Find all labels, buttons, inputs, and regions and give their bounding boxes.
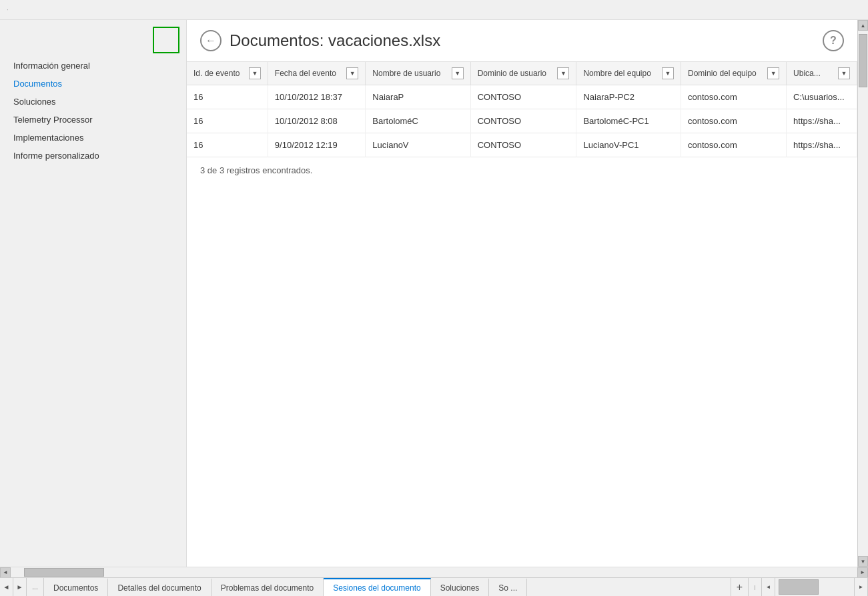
cell-dominio-usuario-row-1: CONTOSO: [470, 109, 576, 133]
filter-btn-nombre-usuario[interactable]: ▼: [452, 67, 464, 79]
cell-nombre-usuario-row-1: BartoloméC: [366, 109, 470, 133]
col-header-dominio-equipo: Dominio del equipo▼: [681, 62, 787, 85]
col-header-nombre-usuario: Nombre de usuario▼: [366, 62, 470, 85]
sidebar-item-implementaciones[interactable]: Implementaciones: [0, 129, 186, 147]
right-scrollbar[interactable]: ▲ ▼: [857, 20, 868, 567]
cell-ubicacion-row-1: https://sha...: [787, 109, 857, 133]
top-bar-dot: ·: [7, 6, 9, 13]
hscroll-right-icon: ►: [860, 569, 865, 575]
cell-id-evento-row-1: 16: [187, 109, 268, 133]
bottom-tabbar: ◄ ► ... DocumentosDetalles del documento…: [0, 577, 868, 596]
col-label-id-evento: Id. de evento: [193, 69, 240, 78]
filter-btn-id-evento[interactable]: ▼: [249, 67, 261, 79]
cell-ubicacion-row-2: https://sha...: [787, 133, 857, 157]
back-button[interactable]: ←: [200, 30, 222, 51]
scroll-track[interactable]: [858, 31, 868, 556]
table-row[interactable]: 1610/10/2012 8:08BartoloméCCONTOSOBartol…: [187, 109, 857, 133]
scroll-up-icon: ▲: [861, 23, 866, 29]
add-sheet-button[interactable]: +: [731, 578, 748, 596]
cell-ubicacion-row-0: C:\usuarios...: [787, 85, 857, 109]
bottom-tab-so-tab[interactable]: So ...: [489, 578, 527, 596]
sidebar-item-informe-personalizado[interactable]: Informe personalizado: [0, 147, 186, 165]
tab-more-button[interactable]: ...: [27, 578, 44, 596]
hscroll-track[interactable]: [11, 567, 857, 577]
col-label-ubicacion: Ubica...: [793, 69, 821, 78]
cell-id-evento-row-0: 16: [187, 85, 268, 109]
table-row[interactable]: 1610/10/2012 18:37NaiaraPCONTOSONaiaraP-…: [187, 85, 857, 109]
bottom-tab-soluciones-tab[interactable]: Soluciones: [431, 578, 490, 596]
help-button[interactable]: ?: [823, 30, 844, 51]
bottom-tab-documentos-tab[interactable]: Documentos: [44, 578, 108, 596]
cell-nombre-equipo-row-1: BartoloméC-PC1: [576, 109, 681, 133]
filter-btn-dominio-usuario[interactable]: ▼: [557, 67, 569, 79]
cell-dominio-equipo-row-0: contoso.com: [681, 85, 787, 109]
scroll-down-icon: ▼: [861, 559, 866, 565]
filter-btn-dominio-equipo[interactable]: ▼: [767, 67, 779, 79]
hscroll-thumb[interactable]: [24, 568, 104, 577]
scroll-thumb[interactable]: [859, 34, 867, 87]
records-count: 3 de 3 registros encontrados.: [187, 157, 857, 183]
cell-dominio-equipo-row-1: contoso.com: [681, 109, 787, 133]
bottom-tab-sesiones-tab[interactable]: Sesiones del documento: [324, 578, 430, 596]
bottom-tab-detalles-tab[interactable]: Detalles del documento: [108, 578, 211, 596]
tab-scroll-right-icon: ►: [859, 584, 864, 590]
col-header-ubicacion: Ubica...▼: [787, 62, 857, 85]
col-label-dominio-equipo: Dominio del equipo: [688, 69, 757, 78]
cell-fecha-evento-row-1: 10/10/2012 8:08: [268, 109, 365, 133]
scroll-down-button[interactable]: ▼: [858, 556, 868, 567]
tab-nav-right-icon: ►: [17, 583, 23, 591]
filter-btn-fecha-evento[interactable]: ▼: [346, 67, 358, 79]
table-container[interactable]: Id. de evento▼Fecha del evento▼Nombre de…: [187, 62, 857, 567]
bottom-hscroll-thumb[interactable]: [779, 579, 819, 595]
col-label-nombre-usuario: Nombre de usuario: [372, 69, 440, 78]
scroll-up-button[interactable]: ▲: [858, 20, 868, 31]
back-icon: ←: [205, 35, 216, 47]
cell-nombre-equipo-row-2: LucianoV-PC1: [576, 133, 681, 157]
hscroll-left-button[interactable]: ◄: [0, 567, 11, 578]
sidebar-item-soluciones[interactable]: Soluciones: [0, 93, 186, 111]
scroll-right-tab-button[interactable]: ►: [855, 578, 868, 596]
help-icon: ?: [830, 35, 837, 47]
tab-nav-left-button[interactable]: ◄: [0, 578, 13, 596]
tab-more-icon: ...: [32, 583, 37, 591]
cell-nombre-usuario-row-2: LucianoV: [366, 133, 470, 157]
table-row[interactable]: 169/10/2012 12:19LucianoVCONTOSOLucianoV…: [187, 133, 857, 157]
tab-nav-left-icon: ◄: [3, 583, 10, 591]
sidebar-indicator-box: [153, 27, 179, 53]
add-icon: +: [737, 581, 743, 593]
hscroll-right-button[interactable]: ►: [857, 567, 868, 578]
sidebar-item-documentos[interactable]: Documentos: [0, 75, 186, 93]
content-area: ← Documentos: vacaciones.xlsx ? Id. de e…: [187, 20, 857, 567]
cell-dominio-usuario-row-0: CONTOSO: [470, 85, 576, 109]
cell-dominio-usuario-row-2: CONTOSO: [470, 133, 576, 157]
cell-id-evento-row-2: 16: [187, 133, 268, 157]
col-header-id-evento: Id. de evento▼: [187, 62, 268, 85]
filter-btn-ubicacion[interactable]: ▼: [838, 67, 850, 79]
filter-btn-nombre-equipo[interactable]: ▼: [662, 67, 674, 79]
sidebar-item-informacion-general[interactable]: Información general: [0, 57, 186, 75]
cell-fecha-evento-row-2: 9/10/2012 12:19: [268, 133, 365, 157]
tab-nav-right-button[interactable]: ►: [13, 578, 27, 596]
hscroll-left-icon: ◄: [3, 569, 8, 575]
scroll-left-tab-button[interactable]: ◄: [761, 578, 775, 596]
col-header-fecha-evento: Fecha del evento▼: [268, 62, 365, 85]
page-title: Documentos: vacaciones.xlsx: [230, 31, 823, 50]
col-label-fecha-evento: Fecha del evento: [275, 69, 336, 78]
cell-nombre-equipo-row-0: NaiaraP-PC2: [576, 85, 681, 109]
page-header: ← Documentos: vacaciones.xlsx ?: [187, 20, 857, 62]
col-label-dominio-usuario: Dominio de usuario: [478, 69, 546, 78]
col-header-dominio-usuario: Dominio de usuario▼: [470, 62, 576, 85]
data-table: Id. de evento▼Fecha del evento▼Nombre de…: [187, 62, 857, 157]
cell-nombre-usuario-row-0: NaiaraP: [366, 85, 470, 109]
cell-fecha-evento-row-0: 10/10/2012 18:37: [268, 85, 365, 109]
horizontal-scrollbar: ◄ ►: [0, 567, 868, 577]
tab-separator: |: [748, 578, 761, 596]
bottom-tab-problemas-tab[interactable]: Problemas del documento: [211, 578, 324, 596]
bottom-hscroll-track[interactable]: [775, 578, 855, 596]
col-label-nombre-equipo: Nombre del equipo: [583, 69, 650, 78]
sidebar-item-telemetry-processor[interactable]: Telemetry Processor: [0, 111, 186, 129]
cell-dominio-equipo-row-2: contoso.com: [681, 133, 787, 157]
col-header-nombre-equipo: Nombre del equipo▼: [576, 62, 681, 85]
tab-scroll-left-icon: ◄: [766, 584, 771, 590]
sidebar: Información generalDocumentosSolucionesT…: [0, 20, 187, 567]
